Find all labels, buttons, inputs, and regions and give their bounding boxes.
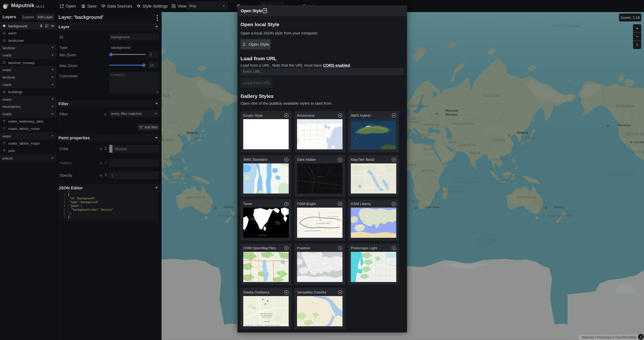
svg-text:MEXICO: MEXICO bbox=[630, 150, 644, 154]
svg-text:Uto Kulm: Uto Kulm bbox=[264, 321, 270, 322]
svg-text:VIETNAM: VIETNAM bbox=[494, 158, 509, 161]
svg-text:MADAGASCAR: MADAGASCAR bbox=[441, 190, 465, 193]
svg-text:der urgeschichtlichen: der urgeschichtlichen bbox=[261, 315, 273, 316]
svg-text:JAPAN: JAPAN bbox=[524, 137, 536, 140]
svg-text:RUSSIA: RUSSIA bbox=[484, 94, 500, 98]
svg-text:IRAN: IRAN bbox=[448, 141, 456, 144]
svg-text:INDIAN: INDIAN bbox=[275, 221, 280, 223]
svg-text:© Stadia Maps, © OpenMapTiles,: © Stadia Maps, © OpenMapTiles, © OpenStr… bbox=[245, 325, 281, 326]
svg-text:PAKISTAN: PAKISTAN bbox=[459, 143, 476, 147]
svg-text:Beijing: Beijing bbox=[187, 131, 198, 134]
svg-text:INDIAN OCEAN: INDIAN OCEAN bbox=[454, 180, 481, 183]
svg-text:OCEAN: OCEAN bbox=[479, 242, 492, 245]
svg-text:SOUTHERN: SOUTHERN bbox=[475, 238, 496, 241]
svg-text:Scale at Equator: Scale at Equator bbox=[258, 234, 268, 236]
svg-text:UKRAINE: UKRAINE bbox=[424, 123, 440, 126]
svg-text:SWEDEN: SWEDEN bbox=[409, 104, 424, 108]
svg-text:NEW ZEALAND: NEW ZEALAND bbox=[548, 214, 572, 217]
svg-text:Vancouver: Vancouver bbox=[618, 124, 632, 127]
svg-text:Los Angeles: Los Angeles bbox=[634, 141, 644, 144]
svg-text:GREECE: GREECE bbox=[416, 134, 430, 137]
svg-text:AUSTRALIA: AUSTRALIA bbox=[186, 196, 206, 199]
svg-text:Venus: Venus bbox=[252, 307, 256, 309]
svg-text:RUSSIA: RUSSIA bbox=[162, 94, 170, 98]
svg-text:Москва: Москва bbox=[446, 113, 457, 116]
svg-text:Sydney: Sydney bbox=[554, 206, 564, 209]
svg-text:INDONESIA: INDONESIA bbox=[502, 175, 521, 178]
svg-text:Beijing: Beijing bbox=[517, 131, 528, 134]
svg-text:ATLANTIC: ATLANTIC bbox=[250, 217, 257, 219]
svg-text:UNITED STATES: UNITED STATES bbox=[626, 133, 644, 136]
svg-text:EGYPT: EGYPT bbox=[424, 148, 436, 151]
svg-text:Cape Town: Cape Town bbox=[425, 206, 440, 209]
svg-text:CHINA: CHINA bbox=[162, 138, 175, 142]
svg-text:VIETNAM: VIETNAM bbox=[163, 158, 179, 161]
svg-text:Innenwälle und Gräben: Innenwälle und Gräben bbox=[260, 313, 273, 314]
svg-text:KENYA: KENYA bbox=[422, 169, 434, 172]
svg-text:INDONESIA: INDONESIA bbox=[171, 175, 190, 178]
svg-text:ARCTIC OCEAN: ARCTIC OCEAN bbox=[552, 24, 580, 28]
svg-text:OCEAN: OCEAN bbox=[251, 219, 256, 221]
svg-text:AUSTRALIA: AUSTRALIA bbox=[517, 196, 536, 199]
svg-text:CANADA: CANADA bbox=[616, 104, 635, 108]
svg-text:PACIFIC OCEAN: PACIFIC OCEAN bbox=[607, 171, 636, 175]
svg-text:Moscow: Moscow bbox=[446, 109, 458, 112]
svg-text:KAZAKHSTAN: KAZAKHSTAN bbox=[452, 122, 475, 125]
svg-text:SWITZERLAND: SWITZERLAND bbox=[316, 223, 329, 224]
svg-text:Sydney: Sydney bbox=[224, 206, 234, 209]
svg-text:Festung Uetliberg: Festung Uetliberg bbox=[262, 316, 272, 318]
svg-text:CHINA: CHINA bbox=[492, 138, 506, 142]
svg-text:OCEAN: OCEAN bbox=[275, 223, 281, 225]
svg-text:JAPAN: JAPAN bbox=[194, 137, 205, 140]
svg-text:INDIA: INDIA bbox=[469, 151, 481, 155]
svg-text:LIECHTENSTEIN: LIECHTENSTEIN bbox=[327, 216, 339, 217]
